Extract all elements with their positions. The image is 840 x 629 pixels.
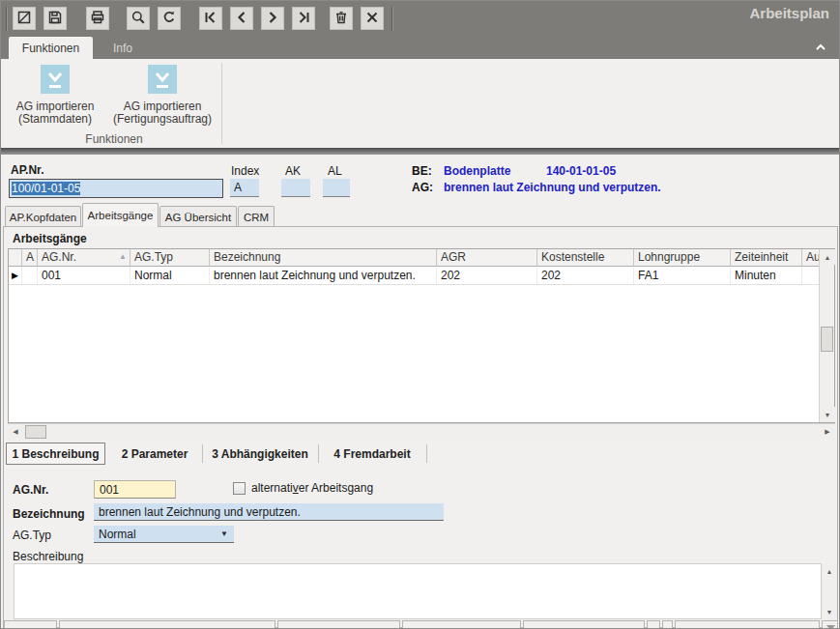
ribbon-tab-funktionen[interactable]: Funktionen <box>9 37 93 59</box>
col-header-ag-nr[interactable]: AG.Nr.▲ <box>38 249 130 266</box>
cell-aus <box>802 268 820 284</box>
ap-nr-input[interactable]: 100/01-01-05 <box>9 179 223 198</box>
ribbon-button-label: (Stammdaten) <box>9 113 101 126</box>
col-header-indicator[interactable] <box>9 249 22 266</box>
be-label: BE: <box>412 164 432 178</box>
close-icon <box>364 10 380 28</box>
memo-vertical-scrollbar[interactable]: ▲ ▼ <box>822 563 837 619</box>
ribbon-group-separator <box>221 63 222 144</box>
cell-lohngruppe: FA1 <box>634 268 731 284</box>
ribbon-tabstrip: Funktionen Info <box>1 37 839 59</box>
tab-label: AG Übersicht <box>165 212 231 223</box>
ag-importieren-stammdaten-button[interactable]: AG importieren (Stammdaten) <box>9 63 101 132</box>
table-row[interactable]: ▶ 001 Normal brennen laut Zeichnung und … <box>9 268 820 285</box>
col-header-label: Kostenstelle <box>541 250 604 264</box>
new-button[interactable] <box>13 7 36 30</box>
col-header-ag-typ[interactable]: AG.Typ <box>130 249 210 266</box>
scroll-left-icon[interactable]: ◀ <box>8 424 23 440</box>
col-header-bezeichnung[interactable]: Bezeichnung <box>210 249 437 266</box>
index-input[interactable]: A <box>230 179 259 197</box>
col-header-agr[interactable]: AGR <box>437 249 537 266</box>
scroll-up-icon[interactable]: ▲ <box>822 563 837 579</box>
save-button[interactable] <box>43 7 67 30</box>
col-header-a[interactable]: A <box>22 249 38 266</box>
filter-icon[interactable] <box>826 621 835 628</box>
ribbon-bottom-band <box>1 148 839 155</box>
col-header-label: Zeiteinheit <box>735 250 788 264</box>
search-icon <box>130 10 146 28</box>
scroll-down-icon[interactable]: ▼ <box>820 407 835 422</box>
tab-parameter[interactable]: 2 Parameter <box>111 443 198 465</box>
grid-vscroll-thumb[interactable] <box>821 327 833 352</box>
grid-horizontal-scrollbar[interactable]: ◀ ▶ <box>8 423 835 440</box>
ribbon-tab-info[interactable]: Info <box>98 37 148 59</box>
next-record-button[interactable] <box>261 7 284 30</box>
previous-record-button[interactable] <box>230 7 253 30</box>
tab-separator <box>202 444 203 463</box>
refresh-icon <box>161 10 177 28</box>
tab-separator <box>318 444 319 463</box>
tab-abhaengigkeiten[interactable]: 3 Abhängigkeiten <box>206 443 314 465</box>
import-icon <box>148 65 177 94</box>
col-header-label: AGR <box>441 250 466 264</box>
ribbon-collapse-button[interactable] <box>814 42 827 53</box>
grid-vertical-scrollbar[interactable]: ▲ ▼ <box>819 249 834 422</box>
col-header-label: AG.Typ <box>134 250 173 264</box>
col-header-aus[interactable]: Aus <box>802 249 820 266</box>
col-header-zeiteinheit[interactable]: Zeiteinheit <box>731 249 802 266</box>
cell-ag-nr: 001 <box>38 268 130 284</box>
tab-arbeitsgaenge[interactable]: Arbeitsgänge <box>82 203 159 227</box>
search-button[interactable] <box>127 7 150 30</box>
cell-a <box>22 268 38 284</box>
detail-beschreibung-textarea[interactable] <box>14 563 822 619</box>
bottom-segment <box>59 620 275 629</box>
alternativer-arbeitsgang-checkbox[interactable] <box>233 482 246 495</box>
detail-ag-nr-label: AG.Nr. <box>13 483 48 497</box>
cell-agr: 202 <box>437 268 537 284</box>
col-header-label: Aus <box>806 250 820 264</box>
tab-ag-uebersicht[interactable]: AG Übersicht <box>159 206 237 227</box>
print-button[interactable] <box>86 7 109 30</box>
tab-ap-kopfdaten[interactable]: AP.Kopfdaten <box>5 206 81 227</box>
detail-ag-nr-input[interactable]: 001 <box>94 480 176 499</box>
arbeitsplan-window: Arbeitsplan Funktionen Info AG importier… <box>0 0 840 629</box>
last-record-icon <box>296 10 311 28</box>
be-number: 140-01-01-05 <box>546 164 616 178</box>
grid-hscroll-thumb[interactable] <box>25 425 46 439</box>
col-header-label: AG.Nr. <box>42 250 76 264</box>
delete-button[interactable] <box>330 7 353 30</box>
ribbon-button-label: (Fertigungsauftrag) <box>105 113 219 126</box>
app-title: Arbeitsplan <box>749 5 829 21</box>
detail-ag-typ-select[interactable]: Normal▼ <box>94 526 234 543</box>
refresh-button[interactable] <box>158 7 181 30</box>
trash-icon <box>333 10 349 28</box>
tab-crm[interactable]: CRM <box>238 206 275 227</box>
ag-importieren-fertigungsauftrag-button[interactable]: AG importieren (Fertigungsauftrag) <box>105 63 219 132</box>
tab-beschreibung[interactable]: 1 Beschreibung <box>6 443 105 465</box>
scroll-up-icon[interactable]: ▲ <box>820 249 835 265</box>
scroll-down-icon[interactable]: ▼ <box>822 604 837 619</box>
tab-fremdarbeit[interactable]: 4 Fremdarbeit <box>322 443 422 465</box>
save-icon <box>47 10 63 28</box>
detail-bezeichnung-value: brennen laut Zeichnung und verputzen. <box>99 505 301 519</box>
cell-zeiteinheit: Minuten <box>731 268 802 284</box>
close-button[interactable] <box>361 7 384 30</box>
tab-label: AP.Kopfdaten <box>10 212 77 223</box>
bottom-grid-strip <box>4 620 839 629</box>
tab-label: CRM <box>244 212 269 223</box>
chk-label-post: er Arbeitsgang <box>299 481 373 495</box>
index-value: A <box>234 181 242 194</box>
ribbon-body: AG importieren (Stammdaten) AG importier… <box>1 59 839 148</box>
ak-input[interactable] <box>281 179 310 197</box>
al-input[interactable] <box>323 179 350 197</box>
first-record-button[interactable] <box>199 7 222 30</box>
scroll-right-icon[interactable]: ▶ <box>820 424 835 440</box>
col-header-kostenstelle[interactable]: Kostenstelle <box>537 249 634 266</box>
chevron-up-icon <box>814 43 827 56</box>
ribbon-tab-label: Info <box>113 42 132 55</box>
col-header-lohngruppe[interactable]: Lohngruppe <box>634 249 731 266</box>
detail-bezeichnung-input[interactable]: brennen laut Zeichnung und verputzen. <box>94 503 444 521</box>
index-label: Index <box>231 164 259 178</box>
bottom-segment <box>523 620 645 629</box>
last-record-button[interactable] <box>292 7 315 30</box>
